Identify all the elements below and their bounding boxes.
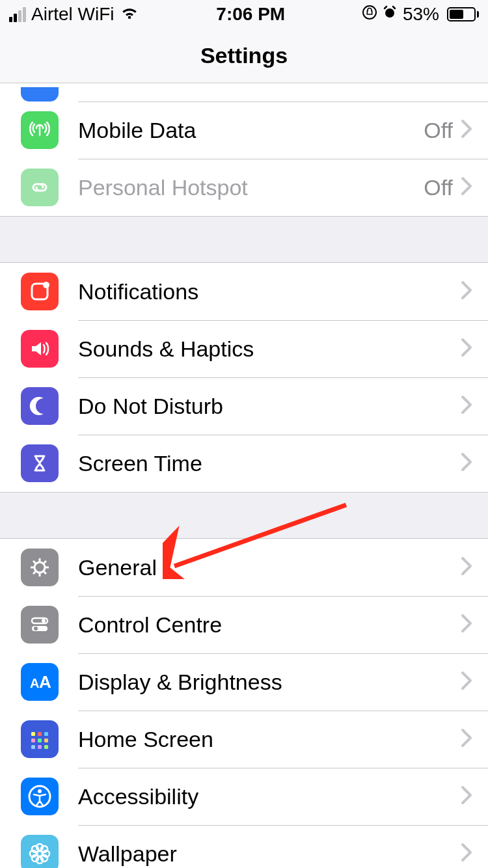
chevron-right-icon: [461, 671, 472, 693]
row-label: Screen Time: [78, 451, 461, 476]
chevron-right-icon: [461, 395, 472, 417]
signal-icon: [9, 7, 26, 22]
svg-rect-17: [31, 745, 35, 749]
row-label: Accessibility: [78, 784, 461, 809]
gear-icon: [21, 549, 59, 586]
settings-row-wallpaper[interactable]: Wallpaper: [0, 825, 488, 868]
chevron-right-icon: [461, 843, 472, 865]
svg-rect-11: [31, 732, 35, 736]
accessibility-icon: [21, 778, 59, 815]
chevron-right-icon: [461, 728, 472, 750]
link-icon: [21, 169, 59, 206]
row-label: Control Centre: [78, 612, 461, 638]
chevron-right-icon: [461, 338, 472, 360]
row-value: Off: [424, 118, 453, 143]
nav-bar: Settings: [0, 29, 488, 83]
status-left: Airtel WiFi: [9, 4, 139, 25]
svg-text:A: A: [30, 676, 39, 690]
chevron-right-icon: [461, 176, 472, 198]
svg-point-1: [385, 8, 394, 18]
carrier-label: Airtel WiFi: [31, 4, 115, 25]
chevron-right-icon: [461, 785, 472, 807]
settings-row-accessibility[interactable]: Accessibility: [0, 768, 488, 825]
svg-text:A: A: [39, 672, 51, 692]
settings-row-general[interactable]: General: [0, 539, 488, 596]
settings-group-network: Mobile Data Off Personal Hotspot Off: [0, 83, 488, 217]
antenna-icon: [21, 111, 59, 149]
settings-row-notifications[interactable]: Notifications: [0, 263, 488, 320]
settings-group-system: General Control Centre AA Display & Brig…: [0, 538, 488, 868]
chevron-right-icon: [461, 119, 472, 141]
hourglass-icon: [21, 444, 59, 482]
status-right: 53%: [362, 4, 479, 25]
alarm-icon: [382, 5, 398, 24]
row-label: Sounds & Haptics: [78, 336, 461, 362]
wifi-icon: [120, 4, 139, 25]
row-label: Wallpaper: [78, 841, 461, 867]
svg-rect-12: [38, 732, 42, 736]
row-label: Personal Hotspot: [78, 175, 424, 200]
text-size-icon: AA: [21, 663, 59, 701]
settings-row-partial[interactable]: [0, 83, 488, 102]
svg-rect-15: [38, 739, 42, 742]
settings-row-display-brightness[interactable]: AA Display & Brightness: [0, 653, 488, 711]
chevron-right-icon: [461, 280, 472, 303]
bluetooth-icon: [21, 87, 59, 102]
row-label: Mobile Data: [78, 118, 424, 143]
row-value: Off: [424, 175, 453, 200]
battery-pct: 53%: [403, 4, 439, 25]
settings-group-alerts: Notifications Sounds & Haptics Do Not Di…: [0, 262, 488, 493]
status-time: 7:06 PM: [216, 4, 285, 25]
svg-rect-13: [44, 732, 48, 736]
settings-row-personal-hotspot[interactable]: Personal Hotspot Off: [0, 159, 488, 216]
svg-rect-16: [44, 739, 48, 742]
settings-row-control-centre[interactable]: Control Centre: [0, 596, 488, 653]
svg-point-8: [34, 627, 38, 631]
settings-row-sounds-haptics[interactable]: Sounds & Haptics: [0, 320, 488, 377]
page-title: Settings: [200, 43, 288, 68]
orientation-lock-icon: [362, 5, 377, 23]
flower-icon: [21, 835, 59, 868]
app-grid-icon: [21, 720, 59, 758]
toggles-icon: [21, 606, 59, 644]
row-label: Do Not Disturb: [78, 394, 461, 419]
settings-row-mobile-data[interactable]: Mobile Data Off: [0, 102, 488, 159]
chevron-right-icon: [461, 556, 472, 578]
svg-point-21: [38, 789, 42, 793]
speaker-icon: [21, 330, 59, 368]
battery-icon: [444, 7, 479, 21]
settings-row-screen-time[interactable]: Screen Time: [0, 435, 488, 492]
chevron-right-icon: [461, 452, 472, 474]
row-label: Home Screen: [78, 727, 461, 752]
svg-point-6: [42, 619, 46, 623]
row-label: General: [78, 555, 461, 580]
svg-point-4: [34, 562, 45, 573]
row-label: Display & Brightness: [78, 670, 461, 695]
notifications-icon: [21, 273, 59, 310]
row-label: Notifications: [78, 279, 461, 305]
svg-rect-19: [44, 745, 48, 749]
chevron-right-icon: [461, 614, 472, 636]
moon-icon: [21, 387, 59, 425]
settings-row-home-screen[interactable]: Home Screen: [0, 711, 488, 768]
svg-rect-14: [31, 739, 35, 742]
settings-row-do-not-disturb[interactable]: Do Not Disturb: [0, 377, 488, 435]
status-bar: Airtel WiFi 7:06 PM 53%: [0, 0, 488, 29]
svg-rect-18: [38, 745, 42, 749]
svg-point-3: [43, 282, 49, 288]
